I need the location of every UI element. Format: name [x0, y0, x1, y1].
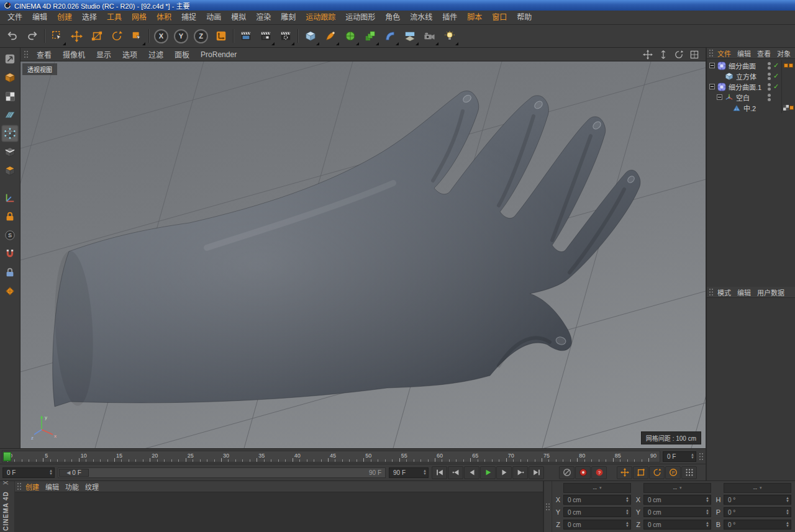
material-menu-edit[interactable]: 编辑	[43, 482, 61, 492]
coord-rotation-b-input[interactable]: 0 °▲▼	[724, 520, 791, 530]
coord-position-x-input[interactable]: 0 cm▲▼	[563, 495, 631, 505]
viewport-menu-cameras[interactable]: 摄像机	[57, 49, 91, 60]
tag-column[interactable]	[781, 60, 794, 71]
menu-item-plugins[interactable]: 插件	[437, 11, 462, 24]
visibility-dots[interactable]	[766, 73, 772, 80]
attr-menu-mode[interactable]: 模式	[715, 287, 734, 297]
coord-size-x-input[interactable]: 0 cm▲▼	[643, 495, 711, 505]
menu-item-volume[interactable]: 体积	[152, 11, 176, 24]
title-bar[interactable]: CINEMA 4D R20.026 Studio (RC - R20) - [9…	[0, 0, 795, 11]
stepper-icon[interactable]: ▲▼	[625, 509, 629, 515]
attr-menu-user-data[interactable]: 用户数据	[755, 287, 787, 297]
object-row[interactable]: 中.2	[707, 102, 795, 113]
object-row[interactable]: 细分曲面.1✓	[707, 81, 795, 92]
enable-axis-button[interactable]	[1, 189, 19, 207]
lock-z-axis-button[interactable]: Z	[191, 27, 211, 46]
menu-item-script[interactable]: 脚本	[462, 11, 487, 24]
material-list[interactable]	[15, 492, 543, 532]
menu-item-window[interactable]: 窗口	[487, 11, 512, 24]
stepper-icon[interactable]: ▲▼	[706, 497, 709, 503]
coord-header-rotation[interactable]: --▾	[724, 483, 791, 493]
render-picture-viewer-button[interactable]	[256, 27, 275, 46]
lock-workplane-button[interactable]	[1, 208, 19, 225]
range-start-input[interactable]: 0 F ▲▼	[2, 467, 55, 478]
visibility-dots[interactable]	[766, 62, 772, 70]
add-deformer-button[interactable]	[380, 27, 399, 46]
rotate-tool-button[interactable]	[107, 27, 126, 46]
next-frame-button[interactable]	[496, 466, 512, 479]
texture-tag-icon[interactable]	[783, 105, 789, 110]
stepper-icon[interactable]: ▲▼	[786, 497, 789, 503]
coord-position-z-input[interactable]: 0 cm▲▼	[563, 520, 631, 530]
menu-item-select[interactable]: 选择	[77, 11, 102, 24]
panel-grip-icon[interactable]	[709, 49, 714, 57]
menu-item-simulate[interactable]: 模拟	[226, 11, 251, 24]
coord-header-size[interactable]: --▾	[643, 483, 711, 493]
polygons-mode-button[interactable]	[1, 162, 19, 179]
layer-tag-icon[interactable]	[789, 63, 793, 68]
coord-size-y-input[interactable]: 0 cm▲▼	[643, 507, 711, 517]
stepper-icon[interactable]: ▲▼	[691, 453, 694, 459]
tag-column[interactable]	[781, 102, 794, 113]
coord-header-position[interactable]: --▾	[563, 483, 631, 493]
range-end-input[interactable]: 90 F ▲▼	[389, 467, 429, 478]
material-menu-create[interactable]: 创建	[23, 482, 42, 492]
panel-grip-icon[interactable]	[709, 288, 714, 296]
key-pla-button[interactable]	[681, 466, 697, 479]
timeline-grip-icon[interactable]	[699, 453, 704, 461]
viewport-menu-prorender[interactable]: ProRender	[195, 50, 242, 59]
snapping-button[interactable]	[1, 245, 19, 263]
stepper-icon[interactable]: ▲▼	[706, 521, 709, 528]
stepper-icon[interactable]: ▲▼	[786, 509, 789, 515]
attr-menu-edit[interactable]: 编辑	[735, 287, 753, 297]
visibility-dots[interactable]	[766, 94, 772, 101]
rotate-view-button[interactable]	[672, 49, 686, 60]
workplane-mode-button[interactable]	[1, 106, 19, 124]
menu-item-edit[interactable]: 编辑	[27, 11, 52, 24]
enabled-check[interactable]: ✓	[772, 83, 780, 91]
menu-item-sculpt[interactable]: 雕刻	[276, 11, 301, 24]
stepper-icon[interactable]: ▲▼	[625, 497, 629, 503]
om-menu-file[interactable]: 文件	[715, 48, 734, 58]
workplane-snap-button[interactable]	[1, 282, 19, 300]
enabled-check[interactable]: ✓	[772, 72, 780, 80]
last-used-tool-button[interactable]	[127, 27, 146, 46]
toggle-view-button[interactable]	[688, 49, 701, 60]
material-menu-function[interactable]: 功能	[63, 482, 81, 492]
viewport-canvas[interactable]: 透视视图 y x z 网格间距 : 100 cm	[20, 61, 706, 448]
stepper-icon[interactable]: ▲▼	[706, 509, 709, 515]
undo-button[interactable]	[2, 27, 22, 46]
range-slider-grip[interactable]: ◀ 0 F	[59, 469, 89, 477]
add-spline-button[interactable]	[320, 27, 340, 46]
key-position-button[interactable]	[617, 466, 632, 479]
coordinate-system-button[interactable]	[211, 27, 230, 46]
coord-rotation-h-input[interactable]: 0 °▲▼	[724, 495, 791, 505]
menu-item-file[interactable]: 文件	[2, 11, 27, 24]
object-row[interactable]: 立方体✓	[707, 71, 795, 81]
menu-item-create[interactable]: 创建	[52, 11, 77, 24]
record-keyframe-button[interactable]	[575, 466, 591, 479]
play-button[interactable]	[480, 466, 496, 479]
add-mograph-button[interactable]	[360, 27, 379, 46]
timeline-playhead[interactable]	[3, 452, 11, 461]
material-menu-texture[interactable]: 纹理	[83, 482, 101, 492]
edges-mode-button[interactable]	[1, 143, 19, 161]
model-mode-button[interactable]	[1, 69, 19, 86]
menu-item-pipeline[interactable]: 流水线	[405, 11, 437, 24]
menu-item-render[interactable]: 渲染	[251, 11, 276, 24]
next-key-button[interactable]	[512, 466, 528, 479]
enabled-check[interactable]: ✓	[772, 61, 780, 70]
live-selection-button[interactable]	[47, 27, 66, 46]
menu-item-mograph[interactable]: 运动图形	[340, 11, 380, 24]
tag-column[interactable]	[781, 81, 794, 92]
stepper-icon[interactable]: ▲▼	[786, 521, 789, 528]
add-cube-button[interactable]	[301, 27, 320, 46]
om-menu-object[interactable]: 对象	[775, 48, 793, 58]
expander-icon[interactable]	[709, 63, 715, 68]
goto-start-button[interactable]	[432, 466, 447, 479]
om-menu-edit[interactable]: 编辑	[735, 48, 753, 58]
timeline-ruler[interactable]: 051015202530354045505560657075808590	[2, 451, 660, 462]
preview-range-slider[interactable]: ◀ 0 F 90 F	[58, 467, 386, 478]
add-environment-button[interactable]	[400, 27, 419, 46]
key-rotation-button[interactable]	[649, 466, 665, 479]
